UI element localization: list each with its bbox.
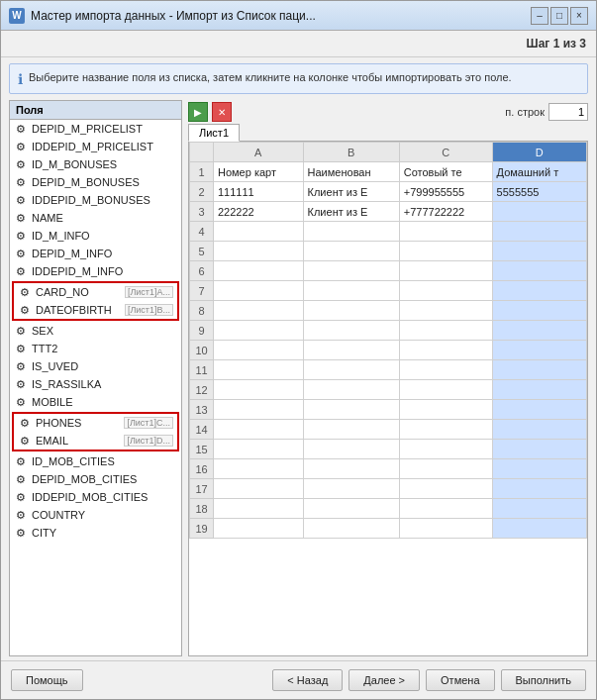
field-gear-icon: ⚙ (14, 175, 28, 189)
list-item[interactable]: ⚙ IDDEPID_M_INFO (10, 262, 181, 280)
cell-a3[interactable]: 222222 (214, 202, 304, 222)
list-item[interactable]: ⚙ IS_RASSILKA (10, 375, 181, 393)
run-button[interactable] (188, 102, 208, 122)
field-name: IDDEPID_M_BONUSES (32, 194, 150, 206)
list-item[interactable]: ⚙ DEPID_M_BONUSES (10, 173, 181, 191)
row-number: 2 (190, 182, 214, 202)
stop-button[interactable] (212, 102, 232, 122)
table-row: 12 (190, 380, 587, 400)
table-row: 17 (190, 479, 587, 499)
list-item[interactable]: ⚙ ID_M_INFO (10, 227, 181, 245)
toolbar-right: п. строк (505, 103, 588, 121)
field-gear-icon: ⚙ (14, 454, 28, 468)
field-name: DEPID_M_BONUSES (32, 176, 140, 188)
sheet-tab-list1[interactable]: Лист1 (188, 124, 240, 142)
cell-c2[interactable]: +799955555 (399, 182, 492, 202)
main-content: Поля ⚙ DEPID_M_PRICELIST ⚙ IDDEPID_M_PRI… (1, 100, 596, 660)
cell-a2[interactable]: 111111 (214, 182, 304, 202)
cell-c1[interactable]: Сотовый те (399, 162, 492, 182)
field-name: DEPID_M_INFO (32, 248, 112, 259)
step-header: Шаг 1 из 3 (1, 31, 596, 57)
footer: Помощь < Назад Далее > Отмена Выполнить (1, 660, 596, 699)
list-item[interactable]: ⚙ ID_MOB_CITIES (10, 452, 181, 470)
col-header-a[interactable]: A (214, 143, 304, 162)
list-item[interactable]: ⚙ IDDEPID_M_PRICELIST (10, 138, 181, 155)
cell-d3[interactable] (492, 202, 586, 222)
list-item[interactable]: ⚙ IDDEPID_MOB_CITIES (10, 488, 181, 506)
list-item[interactable]: ⚙ DEPID_M_INFO (10, 245, 181, 262)
list-item[interactable]: ⚙ DEPID_MOB_CITIES (10, 470, 181, 488)
table-row: 16 (190, 459, 587, 479)
list-item[interactable]: ⚙ IDDEPID_M_BONUSES (10, 191, 181, 209)
field-gear-icon: ⚙ (14, 193, 28, 207)
back-button[interactable]: < Назад (272, 669, 343, 691)
list-item[interactable]: ⚙ PHONES [Лист1]С... (14, 414, 177, 432)
list-item[interactable]: ⚙ ID_M_BONUSES (10, 155, 181, 173)
col-header-c[interactable]: C (399, 143, 492, 162)
spreadsheet[interactable]: A B C D 1 Номер карт Наименован Сотовый … (188, 141, 588, 656)
table-row: 10 (190, 341, 587, 360)
field-name: CARD_NO (36, 286, 89, 298)
field-gear-icon: ⚙ (14, 526, 28, 540)
list-item[interactable]: ⚙ COUNTRY (10, 506, 181, 524)
table-row: 11 (190, 360, 587, 380)
cell-a4[interactable] (214, 222, 304, 242)
next-button[interactable]: Далее > (348, 669, 420, 691)
table-row: 18 (190, 499, 587, 519)
window-controls: – □ × (531, 7, 588, 25)
toolbar: п. строк (188, 100, 588, 124)
cell-d1[interactable]: Домашний т (492, 162, 586, 182)
row-count-label: п. строк (505, 106, 545, 118)
list-item[interactable]: ⚙ TTT2 (10, 340, 181, 357)
field-name: PHONES (36, 417, 81, 429)
field-gear-icon: ⚙ (14, 140, 28, 153)
cell-b3[interactable]: Клиент из Е (303, 202, 399, 222)
fields-panel: Поля ⚙ DEPID_M_PRICELIST ⚙ IDDEPID_M_PRI… (9, 100, 182, 656)
help-button[interactable]: Помощь (11, 669, 83, 691)
field-gear-icon: ⚙ (14, 377, 28, 391)
table-row: 15 (190, 440, 587, 459)
cell-a1[interactable]: Номер карт (214, 162, 304, 182)
cell-c3[interactable]: +777722222 (399, 202, 492, 222)
list-item[interactable]: ⚙ MOBILE (10, 393, 181, 411)
data-table: A B C D 1 Номер карт Наименован Сотовый … (189, 142, 587, 539)
minimize-button[interactable]: – (531, 7, 548, 25)
cell-c4[interactable] (399, 222, 492, 242)
step-indicator: Шаг 1 из 3 (527, 37, 586, 50)
field-name: TTT2 (32, 343, 57, 354)
cell-b4[interactable] (303, 222, 399, 242)
fields-list[interactable]: ⚙ DEPID_M_PRICELIST ⚙ IDDEPID_M_PRICELIS… (10, 120, 181, 655)
list-item[interactable]: ⚙ CARD_NO [Лист1]А... (14, 283, 177, 301)
list-item[interactable]: ⚙ DEPID_M_PRICELIST (10, 120, 181, 138)
field-name: IS_UVED (32, 360, 78, 372)
field-gear-icon: ⚙ (14, 211, 28, 225)
col-header-b[interactable]: B (303, 143, 399, 162)
field-name: ID_M_INFO (32, 230, 90, 242)
row-number: 5 (190, 242, 214, 261)
execute-button[interactable]: Выполнить (501, 669, 586, 691)
cell-d2[interactable]: 5555555 (492, 182, 586, 202)
row-count-input[interactable] (548, 103, 588, 121)
field-gear-icon: ⚙ (14, 359, 28, 373)
cancel-button[interactable]: Отмена (426, 669, 494, 691)
list-item[interactable]: ⚙ EMAIL [Лист1]D... (14, 432, 177, 450)
field-name: ID_M_BONUSES (32, 158, 117, 170)
list-item[interactable]: ⚙ NAME (10, 209, 181, 227)
info-icon: ℹ (18, 71, 23, 87)
list-item[interactable]: ⚙ DATEOFBIRTH [Лист1]В... (14, 301, 177, 319)
cell-b2[interactable]: Клиент из Е (303, 182, 399, 202)
cell-b1[interactable]: Наименован (303, 162, 399, 182)
field-gear-icon: ⚙ (14, 395, 28, 409)
field-name: IDDEPID_M_INFO (32, 265, 123, 277)
cell-d4[interactable] (492, 222, 586, 242)
list-item[interactable]: ⚙ SEX (10, 322, 181, 340)
col-header-d[interactable]: D (492, 143, 586, 162)
list-item[interactable]: ⚙ CITY (10, 524, 181, 542)
maximize-button[interactable]: □ (550, 7, 568, 25)
list-item[interactable]: ⚙ IS_UVED (10, 357, 181, 375)
table-row: 3 222222 Клиент из Е +777722222 (190, 202, 587, 222)
field-gear-icon: ⚙ (18, 285, 32, 299)
table-row: 13 (190, 400, 587, 420)
info-message: Выберите название поля из списка, затем … (29, 70, 512, 85)
close-button[interactable]: × (570, 7, 588, 25)
